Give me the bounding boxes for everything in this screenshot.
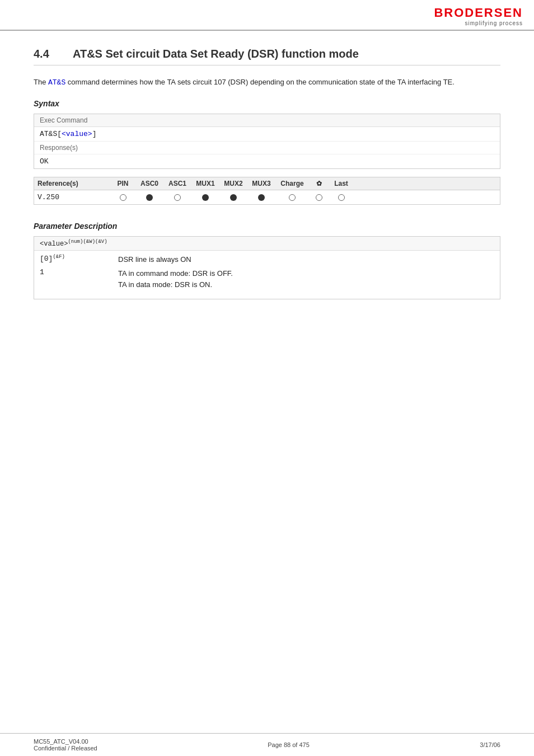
logo-text: BRODERSEN: [434, 6, 523, 20]
ref-col-special: ✿: [309, 180, 329, 187]
footer-page: Page 88 of 475: [268, 741, 310, 748]
footer-confidential: Confidential / Released: [34, 745, 97, 752]
ref-col-mux1: MUX1: [191, 180, 219, 187]
page-header: BRODERSEN simplifying process: [0, 0, 534, 31]
reference-value-row: V.250: [34, 190, 500, 204]
ref-val-mux1: [191, 193, 219, 201]
param-val-0: DSR line is always ON: [118, 254, 191, 266]
section-title: AT&S Set circuit Data Set Ready (DSR) fu…: [73, 48, 359, 60]
ref-col-label: Reference(s): [38, 180, 110, 187]
logo-sub: simplifying process: [465, 20, 523, 26]
ref-val-asc1: [163, 193, 191, 201]
param-val-1: TA in command mode: DSR is OFF. TA in da…: [118, 268, 233, 292]
ref-col-mux3: MUX3: [247, 180, 275, 187]
ref-val-mux2: [219, 193, 247, 201]
ref-val-charge: [275, 193, 309, 201]
param-key-1: 1: [40, 268, 107, 292]
footer-left: MC55_ATC_V04.00 Confidential / Released: [34, 738, 97, 752]
ref-val-mux3: [247, 193, 275, 201]
main-content: 4.4 AT&S Set circuit Data Set Ready (DSR…: [0, 31, 534, 316]
response-code: OK: [34, 154, 500, 168]
param-row-1: 1 TA in command mode: DSR is OFF. TA in …: [40, 268, 494, 292]
body-paragraph: The AT&S command determines how the TA s…: [34, 77, 500, 89]
footer-doc-id: MC55_ATC_V04.00: [34, 738, 97, 745]
body-text-rest: command determines how the TA sets circu…: [68, 78, 455, 86]
logo: BRODERSEN simplifying process: [434, 6, 523, 26]
ref-row-label: V.250: [38, 193, 110, 201]
footer-date: 3/17/06: [480, 741, 500, 748]
syntax-box: Exec Command AT&S[<value>] Response(s) O…: [34, 114, 500, 169]
ref-col-last: Last: [329, 180, 354, 187]
ref-col-asc0: ASC0: [135, 180, 163, 187]
ref-val-asc0: [135, 193, 163, 201]
param-key-0: [0](&F): [40, 254, 107, 266]
ref-col-charge: Charge: [275, 180, 309, 187]
inline-code: AT&S: [48, 78, 65, 87]
ref-col-asc1: ASC1: [163, 180, 191, 187]
param-heading: Parameter Description: [34, 222, 500, 231]
value-tag: <value>: [62, 130, 92, 138]
reference-table: Reference(s) PIN ASC0 ASC1 MUX1 MUX2 MUX…: [34, 177, 500, 205]
section-heading: 4.4 AT&S Set circuit Data Set Ready (DSR…: [34, 48, 500, 65]
response-label: Response(s): [34, 142, 500, 154]
exec-label: Exec Command: [34, 114, 500, 127]
ref-val-pin: [110, 193, 135, 201]
ref-col-mux2: MUX2: [219, 180, 247, 187]
section-number: 4.4: [34, 48, 62, 60]
syntax-heading: Syntax: [34, 99, 500, 108]
ref-val-special: [309, 193, 329, 201]
param-row-0: [0](&F) DSR line is always ON: [40, 254, 494, 266]
param-header: <value>(num)(&W)(&V): [34, 237, 500, 251]
ref-val-last: [329, 193, 354, 201]
reference-header-row: Reference(s) PIN ASC0 ASC1 MUX1 MUX2 MUX…: [34, 177, 500, 190]
ref-col-pin: PIN: [110, 180, 135, 187]
param-section-box: <value>(num)(&W)(&V) [0](&F) DSR line is…: [34, 236, 500, 299]
page-footer: MC55_ATC_V04.00 Confidential / Released …: [0, 733, 534, 756]
exec-code: AT&S[<value>]: [34, 127, 500, 142]
param-rows: [0](&F) DSR line is always ON 1 TA in co…: [34, 251, 500, 299]
